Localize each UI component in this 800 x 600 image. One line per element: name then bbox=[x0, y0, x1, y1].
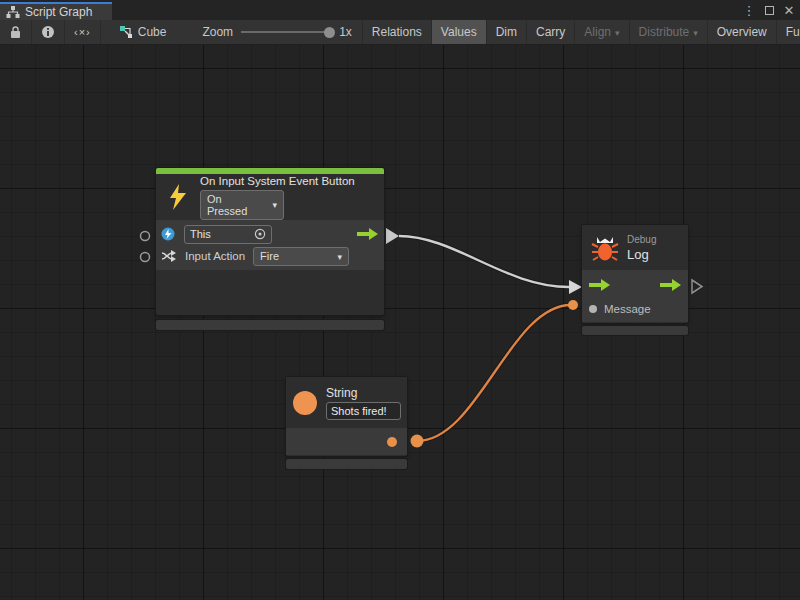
message-input-port[interactable] bbox=[589, 305, 597, 313]
string-node-title: String bbox=[326, 386, 401, 400]
this-target-field[interactable]: This bbox=[184, 225, 272, 244]
values-toggle[interactable]: Values bbox=[431, 20, 486, 44]
code-preview-button[interactable]: ‹×› bbox=[65, 20, 101, 44]
flow-wire-start-arrow bbox=[386, 228, 399, 244]
graph-target-label: Cube bbox=[138, 25, 167, 39]
carry-toggle[interactable]: Carry bbox=[526, 20, 574, 44]
event-node-title: On Input System Event Button bbox=[200, 175, 355, 187]
unity-visual-scripting-window: Script Graph ⋮ ✕ ‹×› bbox=[0, 0, 800, 600]
event-node-footer bbox=[156, 320, 384, 330]
string-output-port[interactable] bbox=[387, 437, 397, 447]
info-icon bbox=[41, 25, 55, 39]
toolbar-view-buttons: Relations Values Dim Carry Align▾ Distri… bbox=[362, 20, 800, 44]
node-string-literal[interactable]: String bbox=[286, 377, 407, 456]
event-node-header: On Input System Event Button On Pressed … bbox=[156, 174, 384, 220]
object-picker-icon[interactable] bbox=[254, 228, 266, 240]
event-action-input-port[interactable] bbox=[141, 253, 150, 262]
input-action-dropdown[interactable]: Fire ▾ bbox=[253, 247, 349, 266]
debug-message-row: Message bbox=[582, 297, 688, 320]
chevron-down-icon: ▾ bbox=[272, 201, 277, 210]
input-action-label: Input Action bbox=[185, 250, 245, 262]
string-node-body bbox=[286, 428, 407, 455]
close-icon[interactable]: ✕ bbox=[782, 2, 796, 18]
dim-toggle[interactable]: Dim bbox=[486, 20, 526, 44]
message-port-label: Message bbox=[604, 303, 651, 315]
chevron-down-icon: ▾ bbox=[615, 29, 620, 38]
debug-category-label: Debug bbox=[627, 234, 656, 245]
window-controls: ⋮ ✕ bbox=[742, 0, 796, 20]
tab-bar: Script Graph ⋮ ✕ bbox=[0, 0, 800, 20]
debug-node-body: Message bbox=[582, 270, 688, 322]
node-on-input-system-event-button[interactable]: On Input System Event Button On Pressed … bbox=[156, 168, 384, 315]
window-menu-icon[interactable]: ⋮ bbox=[742, 2, 756, 18]
script-graph-asset-icon bbox=[119, 25, 133, 39]
value-wire-string-to-message[interactable] bbox=[417, 305, 571, 441]
input-action-icon bbox=[161, 249, 176, 263]
chevron-down-icon: ▾ bbox=[693, 29, 698, 38]
green-arrow-icon bbox=[356, 227, 379, 241]
flow-wire-outline bbox=[399, 236, 569, 287]
tab-script-graph[interactable]: Script Graph bbox=[0, 2, 112, 20]
tab-label: Script Graph bbox=[25, 5, 92, 19]
graph-canvas[interactable]: On Input System Event Button On Pressed … bbox=[0, 45, 800, 600]
lock-icon bbox=[9, 25, 22, 39]
flow-wire-end-arrow bbox=[569, 280, 582, 294]
debug-flow-row bbox=[582, 272, 688, 297]
zoom-label: Zoom bbox=[202, 25, 233, 39]
zoom-control: Zoom 1x bbox=[192, 20, 361, 44]
graph-toolbar: ‹×› Cube Zoom 1x Relations Values Dim Ca… bbox=[0, 20, 800, 45]
string-node-footer bbox=[286, 459, 407, 469]
lightning-bolt-icon bbox=[167, 184, 189, 210]
debug-node-footer bbox=[582, 326, 688, 335]
full-screen-button[interactable]: Full Screen bbox=[776, 20, 800, 44]
info-button[interactable] bbox=[32, 20, 65, 44]
value-wire-start-dot bbox=[411, 435, 424, 448]
event-mode-dropdown[interactable]: On Pressed ▾ bbox=[200, 190, 284, 220]
string-node-header: String bbox=[286, 377, 407, 428]
debug-node-header: Debug Log bbox=[582, 225, 688, 270]
flow-input-port[interactable] bbox=[588, 278, 611, 292]
event-input-action-row: Input Action Fire ▾ bbox=[156, 245, 384, 267]
distribute-dropdown[interactable]: Distribute▾ bbox=[629, 20, 707, 44]
node-debug-log[interactable]: Debug Log Message bbox=[582, 225, 688, 323]
relations-toggle[interactable]: Relations bbox=[362, 20, 431, 44]
string-type-icon bbox=[293, 391, 317, 415]
maximize-icon[interactable] bbox=[762, 2, 776, 18]
overview-button[interactable]: Overview bbox=[707, 20, 776, 44]
event-flow-output-port[interactable] bbox=[356, 227, 379, 241]
string-value-input[interactable] bbox=[326, 402, 401, 420]
debug-node-title: Log bbox=[627, 247, 656, 262]
zoom-slider[interactable] bbox=[241, 31, 331, 33]
value-wire-end-dot bbox=[568, 300, 578, 310]
chevron-down-icon: ▾ bbox=[338, 253, 343, 262]
align-dropdown[interactable]: Align▾ bbox=[574, 20, 628, 44]
game-object-icon bbox=[161, 227, 175, 241]
log-flow-output-stub[interactable] bbox=[692, 280, 702, 293]
zoom-slider-handle[interactable] bbox=[324, 27, 335, 38]
lock-button[interactable] bbox=[0, 20, 32, 44]
event-node-body: This bbox=[156, 220, 384, 270]
debug-bug-icon bbox=[591, 234, 619, 262]
zoom-value: 1x bbox=[339, 25, 352, 39]
graph-hierarchy-icon bbox=[6, 5, 20, 19]
event-this-row: This bbox=[156, 223, 384, 245]
event-this-input-port[interactable] bbox=[141, 232, 150, 241]
graph-reference-cube[interactable]: Cube bbox=[109, 20, 177, 44]
flow-output-port[interactable] bbox=[659, 278, 682, 292]
